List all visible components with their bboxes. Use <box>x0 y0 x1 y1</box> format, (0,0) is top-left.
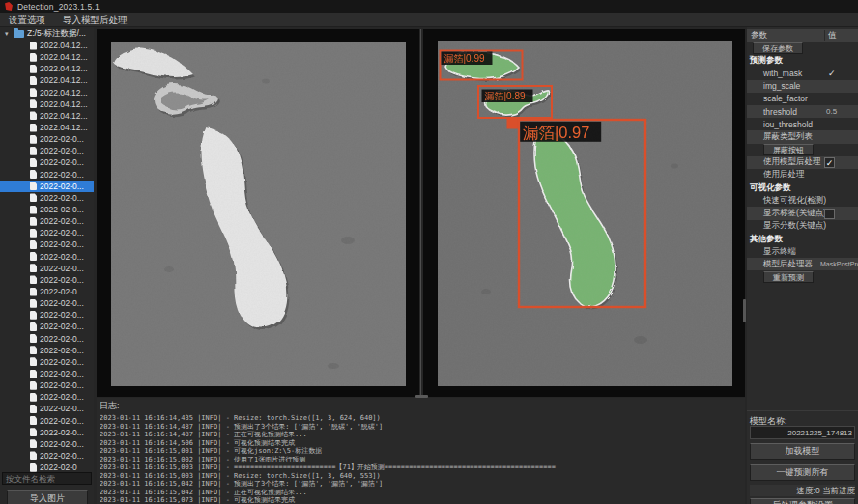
tree-item[interactable]: 2022-02-0... <box>0 227 94 238</box>
tree-item[interactable]: 2022.04.12... <box>0 110 94 122</box>
tree-item-selected[interactable]: 2022-02-0... <box>0 181 94 192</box>
predict-all-button[interactable]: 一键预测所有 <box>750 464 855 481</box>
param-row[interactable]: 显示分数(关键点) <box>747 220 858 233</box>
tree-item-label: 2022-02-0... <box>40 205 84 214</box>
tree-item[interactable]: 2022.04.12... <box>0 51 94 63</box>
filename-search-input[interactable] <box>2 472 92 485</box>
tree-item[interactable]: 2022-02-0... <box>0 427 94 438</box>
tree-item[interactable]: 2022-02-0... <box>0 345 94 356</box>
param-row[interactable]: scale_factor <box>747 93 858 105</box>
tree-item-label: 2022-02-0... <box>40 252 84 262</box>
param-row[interactable]: 快速可视化(检测) <box>747 194 858 207</box>
param-checkbox-empty[interactable] <box>824 209 835 219</box>
speed-progress-text: 速度:0 当前进度 <box>750 485 855 496</box>
log-console[interactable]: 日志: 2023-01-11 16:16:14,435 |INFO| - Res… <box>97 398 745 504</box>
tree-item[interactable]: 2022-02-0... <box>0 204 94 215</box>
tree-item-label: 2022-02-0... <box>40 357 84 367</box>
menu-item-0[interactable]: 设置选项 <box>0 13 54 27</box>
expand-arrow-icon[interactable]: ▾ <box>5 30 11 38</box>
param-checkbox-checked[interactable]: ✓ <box>824 157 835 168</box>
file-icon <box>30 439 37 448</box>
tree-item[interactable]: 2022-02-0... <box>0 321 94 332</box>
param-row[interactable]: 模型后处理器MaskPostPro <box>747 258 858 270</box>
tree-item-label: 2022-02-0... <box>40 157 84 167</box>
tree-item[interactable]: 2022-02-0... <box>0 403 94 414</box>
tree-item[interactable]: 2022-02-0... <box>0 156 94 168</box>
param-label: 显示终端 <box>763 246 796 258</box>
tree-item[interactable]: 2022-02-0... <box>0 133 94 145</box>
tree-item-label: 2022-02-0... <box>40 275 84 285</box>
tree-item[interactable]: 2022.04.12... <box>0 63 94 74</box>
tree-item-label: 2022-02-0... <box>40 428 84 437</box>
param-row[interactable]: 屏蔽类型列表 <box>747 130 858 143</box>
file-icon <box>30 393 37 402</box>
tree-item[interactable]: 2022.04.12... <box>0 98 94 110</box>
original-image-canvas[interactable] <box>111 42 406 386</box>
tree-item[interactable]: 2022-02-0... <box>0 145 94 156</box>
tree-item[interactable]: 2022-02-0... <box>0 415 94 427</box>
param-label: 屏蔽类型列表 <box>763 131 813 143</box>
file-icon <box>30 288 37 296</box>
tree-item[interactable]: 2022-02-0... <box>0 286 94 297</box>
tree-item[interactable]: 2022-02-0... <box>0 238 94 250</box>
tree-item[interactable]: 2022-02-0... <box>0 192 94 204</box>
param-button-18[interactable]: 重新预测 <box>763 271 814 283</box>
param-row[interactable]: 使用后处理 <box>747 169 858 182</box>
parameters-panel: 参数 值 保存参数预测参数with_mask✓img_scalescale_fa… <box>747 27 858 504</box>
tree-root-folder[interactable]: ▾ Z:/5-标注数据/... <box>0 27 94 40</box>
tree-item[interactable]: 2022-02-0... <box>0 309 94 321</box>
tree-item[interactable]: 2022-02-0... <box>0 297 94 309</box>
param-row[interactable]: 显示标签(关键点) <box>747 207 858 219</box>
log-line: 2023-01-11 16:16:14,435 |INFO| - Resize:… <box>100 414 745 423</box>
param-rows: 保存参数预测参数with_mask✓img_scalescale_factort… <box>747 42 858 284</box>
param-row[interactable]: iou_threshold <box>747 118 858 130</box>
log-lines: 2023-01-11 16:16:14,435 |INFO| - Resize:… <box>100 414 745 504</box>
model-name-field[interactable]: 20221225_174813 <box>750 426 855 439</box>
param-button-8[interactable]: 屏蔽按钮 <box>763 144 814 155</box>
tree-item-label: 2022-02-0... <box>40 416 84 426</box>
log-line: 2023-01-11 16:16:15,042 |INFO| - 预测出了3个结… <box>100 480 745 489</box>
param-row[interactable]: img_scale <box>747 80 858 93</box>
tree-item[interactable]: 2022-02-0... <box>0 356 94 368</box>
tree-item-label: 2022.04.12... <box>40 52 88 62</box>
tree-item-label: 2022-02-0... <box>40 287 84 296</box>
tree-item[interactable]: 2022-02-0... <box>0 391 94 403</box>
param-row[interactable]: 显示终端 <box>747 245 858 258</box>
tree-item[interactable]: 2022.04.12... <box>0 74 94 86</box>
param-button-0[interactable]: 保存参数 <box>753 42 803 54</box>
file-icon <box>30 240 37 249</box>
tree-item[interactable]: 2022-02-0... <box>0 438 94 450</box>
menu-item-1[interactable]: 导入模型后处理 <box>54 13 136 27</box>
param-label: 显示标签(关键点) <box>763 208 826 219</box>
image-grain <box>111 42 406 386</box>
tree-item[interactable]: 2022-02-0... <box>0 450 94 462</box>
file-icon <box>30 217 37 226</box>
file-icon <box>30 182 37 190</box>
param-row[interactable]: 使用模型后处理✓ <box>747 156 858 169</box>
tree-item[interactable]: 2022-02-0 <box>0 462 94 472</box>
param-row[interactable]: threshold0.5 <box>747 105 858 118</box>
tree-item-label: 2022-02-0... <box>40 346 84 355</box>
file-icon <box>30 193 37 202</box>
tree-item[interactable]: 2022-02-0... <box>0 263 94 274</box>
tree-item[interactable]: 2022-02-0... <box>0 333 94 345</box>
param-row[interactable]: with_mask✓ <box>747 67 858 79</box>
tree-item[interactable]: 2022.04.12... <box>0 40 94 51</box>
import-images-button[interactable]: 导入图片 <box>7 490 88 504</box>
tree-item-label: 2022-02-0... <box>40 170 84 180</box>
tree-item[interactable]: 2022-02-0... <box>0 368 94 379</box>
prediction-image-canvas[interactable]: 漏箔|0.99 漏箔|0.89 漏箔|0.97 <box>438 41 732 386</box>
tree-item[interactable]: 2022-02-0... <box>0 169 94 181</box>
tree-item[interactable]: 2022.04.12... <box>0 122 94 133</box>
tree-item-label: 2022-02-0... <box>40 392 84 402</box>
tree-item[interactable]: 2022-02-0... <box>0 379 94 391</box>
file-tree[interactable]: ▾ Z:/5-标注数据/... 2022.04.12...2022.04.12.… <box>0 27 94 472</box>
vertical-splitter-handle[interactable] <box>743 299 746 322</box>
postprocess-settings-button[interactable]: 后处理参数设置 <box>750 498 855 504</box>
param-label: img_scale <box>763 81 800 91</box>
tree-item[interactable]: 2022-02-0... <box>0 274 94 286</box>
tree-item[interactable]: 2022.04.12... <box>0 87 94 98</box>
tree-item[interactable]: 2022-02-0... <box>0 251 94 263</box>
load-model-button[interactable]: 加载模型 <box>750 443 855 460</box>
tree-item[interactable]: 2022-02-0... <box>0 215 94 227</box>
